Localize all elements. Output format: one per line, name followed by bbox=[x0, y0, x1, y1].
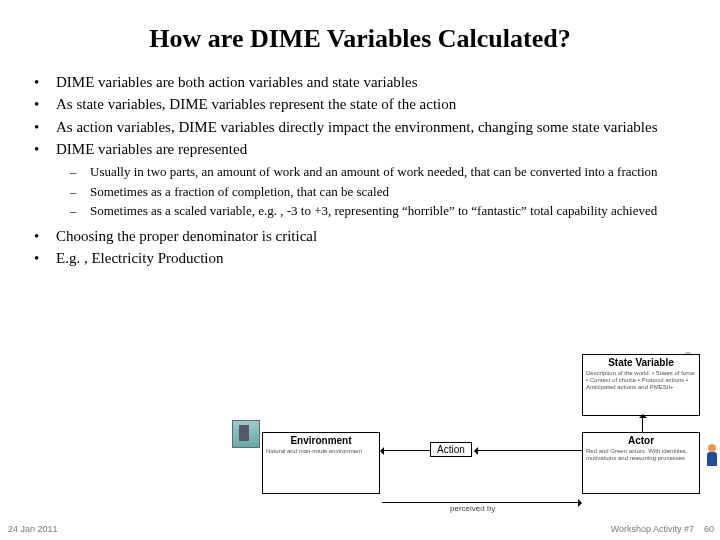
bullet-item: •As state variables, DIME variables repr… bbox=[34, 94, 690, 114]
bullet-list-2: •Choosing the proper denominator is crit… bbox=[34, 226, 690, 269]
bullet-text: DIME variables are both action variables… bbox=[56, 72, 418, 92]
bullet-list-1: •DIME variables are both action variable… bbox=[34, 72, 690, 159]
sub-bullet-list: –Usually in two parts, an amount of work… bbox=[70, 163, 690, 220]
arrow-actor-to-statevar bbox=[642, 416, 643, 432]
arrow-actor-to-action bbox=[476, 450, 582, 451]
person-icon bbox=[704, 444, 720, 474]
environment-box: Environment Natural and man-made environ… bbox=[262, 432, 380, 494]
environment-title: Environment bbox=[266, 435, 376, 446]
sub-bullet-text: Sometimes as a fraction of completion, t… bbox=[90, 183, 389, 201]
sub-bullet-item: –Sometimes as a fraction of completion, … bbox=[70, 183, 690, 201]
bullet-text: Choosing the proper denominator is criti… bbox=[56, 226, 317, 246]
diagram: State Variable Description of the world.… bbox=[232, 354, 712, 514]
sub-bullet-item: –Usually in two parts, an amount of work… bbox=[70, 163, 690, 181]
sub-bullet-item: –Sometimes as a scaled variable, e.g. , … bbox=[70, 202, 690, 220]
perceived-by-label: perceived by bbox=[450, 504, 495, 513]
sub-bullet-text: Usually in two parts, an amount of work … bbox=[90, 163, 658, 181]
arrow-action-to-environment bbox=[382, 450, 430, 451]
action-label: Action bbox=[430, 442, 472, 457]
slide: How are DIME Variables Calculated? •DIME… bbox=[0, 0, 720, 540]
footer-date: 24 Jan 2011 bbox=[8, 524, 58, 534]
bullet-text: As state variables, DIME variables repre… bbox=[56, 94, 456, 114]
actor-title: Actor bbox=[586, 435, 696, 446]
environment-text: Natural and man-made environment bbox=[266, 448, 376, 455]
footer-activity: Workshop Activity #7 bbox=[611, 524, 694, 534]
state-variable-title: State Variable bbox=[586, 357, 696, 368]
bullet-text: DIME variables are represented bbox=[56, 139, 247, 159]
bullet-text: As action variables, DIME variables dire… bbox=[56, 117, 657, 137]
buildings-icon bbox=[232, 420, 260, 448]
bullet-item: •As action variables, DIME variables dir… bbox=[34, 117, 690, 137]
bullet-item: •DIME variables are represented bbox=[34, 139, 690, 159]
page-number: 60 bbox=[704, 524, 714, 534]
actor-box: Actor Red and Green actors. With identit… bbox=[582, 432, 700, 494]
bullet-item: •DIME variables are both action variable… bbox=[34, 72, 690, 92]
state-variable-text: Description of the world. • States of fo… bbox=[586, 370, 696, 391]
state-variable-box: State Variable Description of the world.… bbox=[582, 354, 700, 416]
slide-title: How are DIME Variables Calculated? bbox=[30, 24, 690, 54]
bullet-text: E.g. , Electricity Production bbox=[56, 248, 223, 268]
bullet-item: •E.g. , Electricity Production bbox=[34, 248, 690, 268]
actor-text: Red and Green actors. With identities, m… bbox=[586, 448, 696, 462]
bullet-item: •Choosing the proper denominator is crit… bbox=[34, 226, 690, 246]
arrow-environment-to-actor bbox=[382, 502, 580, 503]
sub-bullet-text: Sometimes as a scaled variable, e.g. , -… bbox=[90, 202, 657, 220]
